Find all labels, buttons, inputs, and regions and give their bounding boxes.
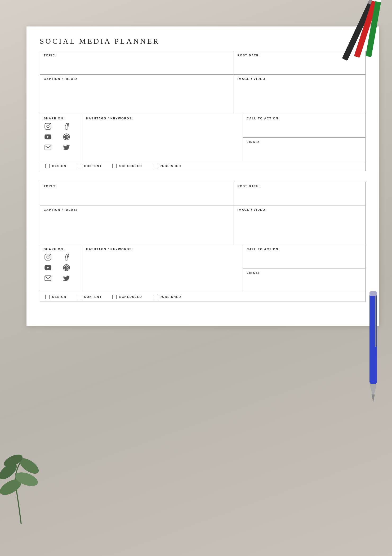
cta-label-2: CALL TO ACTION: bbox=[247, 248, 362, 251]
published-checkbox[interactable] bbox=[153, 164, 157, 168]
cta-content bbox=[247, 122, 362, 135]
svg-point-17 bbox=[47, 125, 49, 127]
content-checkbox-item: CONTENT bbox=[77, 164, 102, 168]
pens-decoration bbox=[307, 0, 392, 85]
share-row: SHARE ON: bbox=[40, 114, 365, 161]
topic-cell: TOPIC: bbox=[40, 51, 234, 74]
cta-links-column-2: CALL TO ACTION: LINKS: bbox=[243, 245, 365, 292]
image-video-label-2: IMAGE / VIDEO: bbox=[238, 208, 362, 211]
plant-decoration bbox=[0, 434, 42, 524]
scheduled-checkbox-item: SCHEDULED bbox=[112, 164, 142, 168]
topic-cell-2: TOPIC: bbox=[40, 182, 234, 205]
youtube-icon-2[interactable] bbox=[44, 263, 52, 272]
facebook-icon-2[interactable] bbox=[62, 253, 71, 261]
topic-label: TOPIC: bbox=[44, 54, 230, 57]
scheduled-checkbox-item-2: SCHEDULED bbox=[112, 295, 142, 299]
design-label-2: DESIGN bbox=[52, 295, 66, 298]
caption-label-2: CAPTION / IDEAS: bbox=[44, 208, 230, 211]
scheduled-checkbox[interactable] bbox=[112, 164, 117, 168]
published-checkbox-item-2: PUBLISHED bbox=[153, 295, 181, 299]
content-checkbox[interactable] bbox=[77, 164, 81, 168]
caption-label: CAPTION / IDEAS: bbox=[44, 77, 230, 80]
cta-cell-2: CALL TO ACTION: bbox=[243, 245, 365, 268]
caption-cell-2: CAPTION / IDEAS: bbox=[40, 205, 234, 245]
design-label: DESIGN bbox=[52, 164, 66, 168]
cta-content-2 bbox=[247, 252, 362, 266]
content-checkbox-2[interactable] bbox=[77, 295, 81, 299]
image-video-cell-2: IMAGE / VIDEO: bbox=[234, 205, 365, 245]
email-icon[interactable] bbox=[44, 143, 52, 152]
links-cell: LINKS: bbox=[243, 138, 365, 161]
links-label-2: LINKS: bbox=[247, 271, 362, 274]
svg-rect-13 bbox=[369, 291, 377, 296]
cta-cell: CALL TO ACTION: bbox=[243, 114, 365, 138]
content-label: CONTENT bbox=[84, 164, 102, 168]
hashtags-cell: HASHTAGS / KEYWORDS: bbox=[82, 114, 243, 161]
content-label-2: CONTENT bbox=[84, 295, 102, 298]
content-checkbox-item-2: CONTENT bbox=[77, 295, 102, 299]
hashtags-label-2: HASHTAGS / KEYWORDS: bbox=[86, 248, 239, 251]
post-date-label-2: POST DATE: bbox=[238, 185, 362, 188]
social-icons-grid bbox=[44, 122, 78, 152]
share-on-cell: SHARE ON: bbox=[40, 114, 82, 161]
topic-content-2 bbox=[44, 189, 230, 203]
blue-pen-decoration bbox=[363, 291, 384, 402]
scheduled-label-2: SCHEDULED bbox=[119, 295, 142, 298]
published-checkbox-2[interactable] bbox=[153, 295, 157, 299]
caption-cell: CAPTION / IDEAS: bbox=[40, 75, 234, 114]
links-content-2 bbox=[247, 276, 362, 289]
published-label: PUBLISHED bbox=[160, 164, 181, 168]
published-checkbox-item: PUBLISHED bbox=[153, 164, 181, 168]
svg-rect-20 bbox=[45, 254, 51, 260]
twitter-icon-2[interactable] bbox=[62, 274, 71, 283]
instagram-icon-2[interactable] bbox=[44, 253, 52, 261]
caption-content-2 bbox=[44, 213, 230, 242]
svg-marker-15 bbox=[372, 394, 375, 402]
share-on-label: SHARE ON: bbox=[44, 117, 78, 120]
topic-label-2: TOPIC: bbox=[44, 185, 230, 188]
image-video-content bbox=[238, 82, 362, 111]
svg-point-18 bbox=[49, 124, 50, 125]
hashtags-label: HASHTAGS / KEYWORDS: bbox=[86, 117, 239, 120]
youtube-icon[interactable] bbox=[44, 133, 52, 141]
links-cell-2: LINKS: bbox=[243, 268, 365, 292]
pinterest-icon-2[interactable] bbox=[62, 263, 71, 272]
links-label: LINKS: bbox=[247, 140, 362, 144]
svg-point-22 bbox=[49, 255, 50, 255]
design-checkbox-item: DESIGN bbox=[45, 164, 66, 168]
svg-point-21 bbox=[47, 256, 49, 258]
post-date-content-2 bbox=[238, 189, 362, 203]
hashtags-cell-2: HASHTAGS / KEYWORDS: bbox=[82, 245, 243, 292]
design-checkbox-2[interactable] bbox=[45, 295, 50, 299]
email-icon-2[interactable] bbox=[44, 274, 52, 283]
facebook-icon[interactable] bbox=[62, 122, 71, 131]
share-row-2: SHARE ON: bbox=[40, 245, 365, 292]
caption-row-2: CAPTION / IDEAS: IMAGE / VIDEO: bbox=[40, 205, 365, 245]
scheduled-label: SCHEDULED bbox=[119, 164, 142, 168]
published-label-2: PUBLISHED bbox=[160, 295, 181, 298]
twitter-icon[interactable] bbox=[62, 143, 71, 152]
post-date-cell-2: POST DATE: bbox=[234, 182, 365, 205]
topic-row-2: TOPIC: POST DATE: bbox=[40, 182, 365, 205]
topic-content bbox=[44, 59, 230, 72]
image-video-content-2 bbox=[238, 213, 362, 242]
design-checkbox[interactable] bbox=[45, 164, 50, 168]
share-on-label-2: SHARE ON: bbox=[44, 248, 78, 251]
social-icons-grid-2 bbox=[44, 253, 78, 283]
share-on-cell-2: SHARE ON: bbox=[40, 245, 82, 292]
caption-content bbox=[44, 82, 230, 111]
cta-links-column: CALL TO ACTION: LINKS: bbox=[243, 114, 365, 161]
checkbox-row-2: DESIGN CONTENT SCHEDULED PUBLISHED bbox=[40, 292, 365, 302]
checkbox-row-1: DESIGN CONTENT SCHEDULED PUBLISHED bbox=[40, 161, 365, 171]
svg-rect-12 bbox=[375, 294, 376, 347]
design-checkbox-item-2: DESIGN bbox=[45, 295, 66, 299]
scheduled-checkbox-2[interactable] bbox=[112, 295, 117, 299]
pinterest-icon[interactable] bbox=[62, 133, 71, 141]
links-content bbox=[247, 145, 362, 158]
cta-label: CALL TO ACTION: bbox=[247, 117, 362, 120]
planner-card-2: TOPIC: POST DATE: CAPTION / IDEAS: IMAGE… bbox=[40, 182, 366, 302]
svg-rect-16 bbox=[45, 123, 51, 129]
instagram-icon[interactable] bbox=[44, 122, 52, 131]
